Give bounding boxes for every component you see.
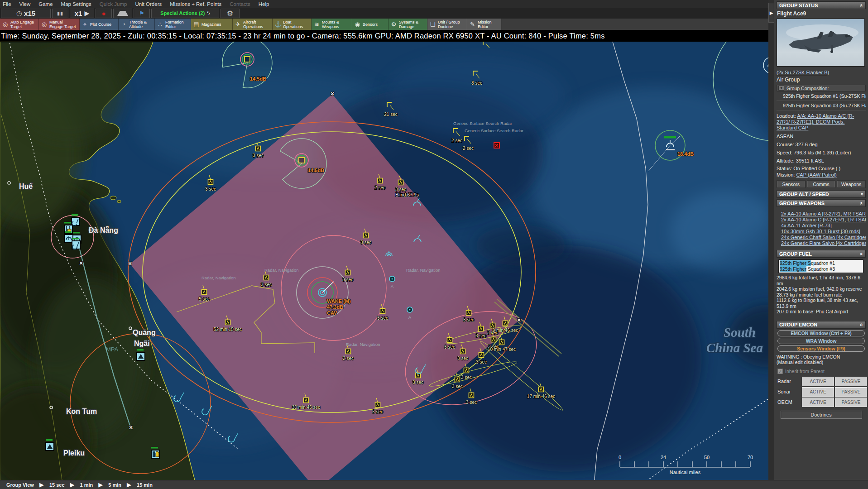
oecm-active-button[interactable]: ACTIVE [802, 398, 834, 407]
menu-item-file[interactable]: File [3, 1, 11, 7]
inherit-checkbox[interactable]: ✓ [777, 369, 783, 374]
wra-window-button[interactable]: WRA Window [777, 338, 865, 344]
weapon-link[interactable]: 10x 30mm Gsh-30-1 Burst [30 rnds] [781, 229, 860, 234]
sonar-active-button[interactable]: ACTIVE [802, 387, 834, 397]
menu-item-map-settings[interactable]: Map Settings [61, 1, 91, 7]
group-fuel-header[interactable]: GROUP FUEL « [777, 250, 866, 258]
map-label: CAV [327, 310, 337, 316]
group-emcon-header[interactable]: GROUP EMCON « [777, 321, 866, 329]
time-step-5-min[interactable]: 5 min [106, 482, 124, 488]
altitude-label: Altitude: 39511 ft ASL [777, 158, 866, 163]
menu-item-view[interactable]: View [19, 1, 31, 7]
group-weapons-header[interactable]: GROUP WEAPONS « [777, 199, 866, 207]
group-composition-bar[interactable]: ▾ Group Composition: [777, 85, 866, 91]
collapse-composition-icon[interactable]: ▾ [778, 86, 784, 91]
ribbon-button-boat[interactable]: ⚓Boat Operations [273, 19, 312, 30]
sensors-button[interactable]: Sensors [777, 180, 806, 188]
view-3d-button[interactable] [113, 9, 132, 18]
sonar-passive-button[interactable]: PASSIVE [835, 387, 867, 397]
map-contact[interactable] [389, 276, 395, 282]
settings-button[interactable]: ⚙ [221, 9, 240, 18]
record-button[interactable]: ● [96, 9, 112, 18]
menu-item-game[interactable]: Game [38, 1, 53, 7]
fuel-detail-line: 2984.6 kg total fuel, 1 hr 43 min, 1378.… [777, 275, 866, 286]
emcon-row-sonar: Sonar [777, 387, 801, 397]
sensors-window-f9--button[interactable]: Sensors Window (F9) [777, 345, 865, 352]
map-label: China Sea [706, 340, 763, 355]
fuel-squadron-list[interactable]: 925th Figher Squadron #1925th Figher Squ… [778, 259, 863, 273]
contact-age-label: 30 min 45 sec [292, 405, 320, 410]
svg-text:A: A [391, 284, 394, 289]
step-button[interactable]: x1 ▶ [70, 9, 94, 18]
pause-button[interactable]: ▮▮ [52, 9, 68, 18]
ribbon-button-aircraft[interactable]: ✈Aircraft Operations [233, 19, 273, 30]
sidebar-expand-button[interactable]: ▶ [768, 3, 774, 23]
map-viewport[interactable]: 8 sec21 sec2 sec2 sec3 sec3 sec2 sec3 se… [0, 42, 768, 489]
jump-button[interactable]: ⚑ [134, 9, 150, 18]
map-label: Blind:67.9s [395, 192, 419, 197]
svg-text:2 sec: 2 sec [463, 146, 474, 151]
special-actions-button[interactable]: Special Actions (2) ϟ [151, 9, 219, 18]
mission-link[interactable]: CAP (AAW Patrol) [796, 172, 836, 177]
time-compression-button[interactable]: ◷ x15 [1, 9, 51, 18]
ribbon-button-unit-group[interactable]: ❏Unit / Group Doctrine [427, 19, 467, 30]
ribbon-button-formation[interactable]: ∴Formation Editor [155, 19, 191, 30]
contact-age-label: 3 sec [452, 384, 463, 389]
group-status-header[interactable]: GROUP STATUS « [777, 1, 866, 9]
weapon-link[interactable]: 24x Generic Chaff Salvo [4x Cartridges] [781, 235, 866, 240]
ribbon-button-mission[interactable]: ✎Mission Editor [467, 19, 502, 30]
ribbon-button-manual[interactable]: ◎Manual Engage Target [39, 19, 80, 30]
weapon-link[interactable]: 24x Generic Flare Salvo [4x Cartridges, … [781, 240, 866, 246]
oecm-passive-button[interactable]: PASSIVE [835, 398, 867, 407]
time-step-15-sec[interactable]: 15 sec [47, 482, 67, 488]
emitter-unit[interactable] [240, 53, 254, 66]
fuel-squadron-row[interactable]: 925th Figher Squadron #1 [779, 260, 863, 266]
ribbon-button-throttle-[interactable]: ◔Throttle & Altitude [119, 19, 155, 30]
map-contact[interactable] [494, 143, 499, 148]
ribbon-button-unit-group-icon: ❏ [429, 21, 436, 28]
speed-label: Speed: 796.3 kts (M 1.39) (Loiter) [777, 150, 866, 155]
composition-row[interactable]: 925th Figher Squadron #3 (Su-27SK Flanke… [777, 101, 866, 110]
svg-text:2 sec: 2 sec [451, 138, 462, 143]
ribbon-button-magazines[interactable]: ▤Magazines [191, 19, 233, 30]
weapon-link[interactable]: 2x AA-10 Alamo C [R-27ER1, LR TSARH] [781, 217, 866, 222]
tactical-map[interactable]: 8 sec21 sec2 sec2 sec3 sec3 sec2 sec3 se… [0, 42, 768, 489]
menu-item-unit-orders[interactable]: Unit Orders [135, 1, 162, 7]
ribbon-button-mounts-[interactable]: ≋Mounts & Weapons [312, 19, 352, 30]
ribbon-button-systems-[interactable]: ⚙Systems & Damage [388, 19, 427, 30]
time-step-1-min[interactable]: 1 min [77, 482, 96, 488]
aircraft-type-link[interactable]: (2x Su-27SK Flanker B) [777, 70, 829, 75]
weapons-button[interactable]: Weapons [837, 180, 866, 188]
contact-age-label: 3 sec [372, 409, 383, 414]
contact-age-label: 3 sec [466, 400, 477, 405]
emcon-window-ctrl-f9--button[interactable]: EMCON Window (Ctrl + F9) [777, 330, 865, 336]
ribbon-button-formation-label: Formation Editor [165, 20, 184, 29]
map-contact[interactable] [407, 307, 412, 312]
contact-age-label: 3 sec [395, 187, 406, 192]
time-step-15-min[interactable]: 15 min [134, 482, 155, 488]
radar-active-button[interactable]: ACTIVE [802, 377, 834, 386]
contact-age-label: 3 sec [360, 240, 371, 245]
group-view-button[interactable]: Group View [4, 482, 37, 488]
ribbon-button-sensors[interactable]: ◉Sensors [352, 19, 388, 30]
doctrines-button[interactable]: Doctrines [781, 411, 862, 419]
emcon-warning: WARNING : Obeying EMCON (Manual edit dis… [777, 354, 866, 365]
comms-button[interactable]: Comms [807, 180, 836, 188]
radar-passive-button[interactable]: PASSIVE [835, 377, 867, 386]
weapons-list: 2x AA-10 Alamo A [R-27R1, MR TSARH]2x AA… [777, 208, 866, 250]
menu-item-help[interactable]: Help [259, 1, 269, 7]
emitter-unit[interactable] [295, 153, 308, 167]
inherit-label: Inherit from Parent [785, 369, 825, 374]
ribbon-button-auto-engage[interactable]: ◎Auto Engage Target [0, 19, 39, 30]
status-label: Status: On Plotted Course ( ) [777, 166, 866, 171]
menu-item-missions-ref-points[interactable]: Missions + Ref. Points [170, 1, 221, 7]
weapon-link[interactable]: 4x AA-11 Archer [R-73] [781, 223, 832, 228]
composition-row[interactable]: 925th Figher Squadron #1 (Su-27SK Flanke… [777, 91, 866, 101]
contact-age-label: 2 sec [343, 356, 354, 361]
ribbon-button-plot-course[interactable]: ⌖Plot Course [80, 19, 119, 30]
contact-age-label: 3 sec [444, 345, 455, 350]
weapon-link[interactable]: 2x AA-10 Alamo A [R-27R1, MR TSARH] [781, 211, 866, 216]
contact-age-label: 3 sec [261, 282, 272, 287]
group-alt-speed-header[interactable]: GROUP ALT / SPEED « [777, 190, 866, 198]
fuel-squadron-row[interactable]: 925th Figher Squadron #3 [779, 266, 863, 272]
